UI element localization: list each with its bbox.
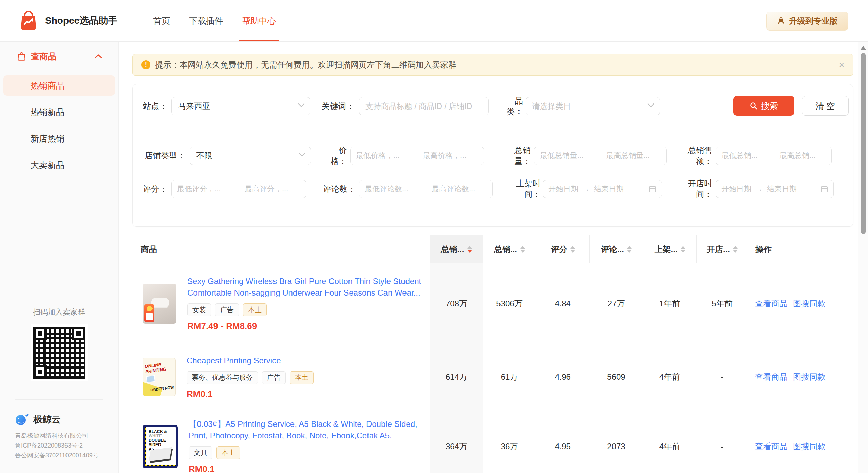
search-icon xyxy=(750,102,758,110)
shopee-bag-logo-icon xyxy=(20,11,37,31)
rating-min-input[interactable] xyxy=(172,180,239,198)
col-header-total-sales[interactable]: 总销... xyxy=(430,235,483,263)
listed-time-range-picker[interactable]: 开始日期 → 结束日期 xyxy=(543,180,662,198)
product-cell: BLACK & WHITEDOUBLE SIDEDA5 【0.03¢】A5 Pr… xyxy=(132,410,430,473)
upgrade-pro-button[interactable]: 升级到专业版 xyxy=(766,12,848,31)
app-title: Shopee选品助手 xyxy=(45,14,117,27)
listed-value: 4年前 xyxy=(643,344,696,410)
image-search-link[interactable]: 图搜同款 xyxy=(793,372,826,382)
price-range-text: RM7.49 - RM8.69 xyxy=(187,321,428,332)
total-revenue-value: 61万 xyxy=(483,344,536,410)
total-revenue-max-input[interactable] xyxy=(774,147,831,165)
sort-icons[interactable] xyxy=(520,246,525,253)
keyword-input[interactable] xyxy=(359,97,489,115)
sidebar-item-hot-new-products[interactable]: 热销新品 xyxy=(3,102,115,122)
total-sales-value: 708万 xyxy=(430,263,483,344)
product-title-link[interactable]: 【0.03¢】A5 Printing Service, A5 Black & W… xyxy=(189,418,430,441)
col-header-shop-opened[interactable]: 开店... xyxy=(696,235,748,263)
view-product-link[interactable]: 查看商品 xyxy=(755,298,788,309)
view-product-link[interactable]: 查看商品 xyxy=(755,372,788,382)
reviews-value: 2073 xyxy=(589,410,643,473)
category-label: 品类： xyxy=(501,95,523,117)
product-title-link[interactable]: Cheapest Printing Service xyxy=(187,355,428,366)
total-sales-min-input[interactable] xyxy=(534,147,601,165)
bag-outline-icon xyxy=(17,52,26,61)
nav-item-home[interactable]: 首页 xyxy=(144,0,180,41)
category-select[interactable]: 请选择类目 xyxy=(526,97,660,115)
rating-value: 4.84 xyxy=(536,263,589,344)
product-thumbnail[interactable] xyxy=(143,284,176,324)
shop-type-select[interactable]: 不限 xyxy=(190,147,311,165)
view-product-link[interactable]: 查看商品 xyxy=(755,441,788,452)
page: Shopee选品助手 首页 下载插件 帮助中心 升级到专业版 xyxy=(0,0,868,473)
chevron-down-icon xyxy=(647,103,654,108)
calendar-icon xyxy=(649,185,656,193)
rating-max-input[interactable] xyxy=(239,180,306,198)
vertical-scrollbar[interactable] xyxy=(858,42,868,473)
price-range-text: RM0.1 xyxy=(187,389,428,399)
scroll-up-arrow[interactable] xyxy=(861,46,866,50)
police-number: 鲁公网安备37021102001409号 xyxy=(15,451,103,460)
sort-icons[interactable] xyxy=(467,246,472,253)
banner-close-icon[interactable]: × xyxy=(839,60,844,69)
sort-icons[interactable] xyxy=(570,246,575,253)
image-search-link[interactable]: 图搜同款 xyxy=(793,441,826,452)
total-sales-max-input[interactable] xyxy=(601,147,667,165)
local-tag: 本土 xyxy=(243,303,267,316)
shop-open-time-range-picker[interactable]: 开始日期 → 结束日期 xyxy=(716,180,834,198)
main-nav: 首页 下载插件 帮助中心 xyxy=(144,0,285,41)
seller-group-qr-code xyxy=(33,327,85,379)
header-divider xyxy=(127,16,127,25)
price-max-input[interactable] xyxy=(417,147,484,165)
sidebar-item-hot-products[interactable]: 热销商品 xyxy=(3,75,115,96)
notice-banner: ! 提示：本网站永久免费使用，无需任何费用。欢迎扫描网页左下角二维码加入卖家群 … xyxy=(132,54,853,76)
reviews-value: 27万 xyxy=(589,263,643,344)
product-title-link[interactable]: Sexy Gathering Wireless Bra Girl Pure Co… xyxy=(187,276,428,299)
col-header-reviews[interactable]: 评论... xyxy=(589,235,643,263)
site-select[interactable]: 马来西亚 xyxy=(171,97,310,115)
nav-item-help-center[interactable]: 帮助中心 xyxy=(232,0,285,41)
total-revenue-value: 36万 xyxy=(483,410,536,473)
sidebar-item-new-shop-hot[interactable]: 新店热销 xyxy=(3,128,115,149)
scrollbar-thumb[interactable] xyxy=(861,53,866,234)
products-table: 商品 总销... 总销... 评分 评论... 上 xyxy=(132,235,853,473)
table-row: ONLINE PRINTING ORDER NOW Cheapest Print… xyxy=(132,344,853,410)
rocket-icon xyxy=(777,17,786,25)
ad-tag: 广告 xyxy=(262,371,286,384)
product-thumbnail[interactable]: ONLINE PRINTING ORDER NOW xyxy=(143,358,176,396)
category-tag: 票务、优惠券与服务 xyxy=(187,371,258,384)
company-name: 青岛极鲸网络科技有限公司 xyxy=(15,431,103,441)
actions-cell: 查看商品 图搜同款 xyxy=(748,410,853,473)
sort-icons[interactable] xyxy=(627,246,632,253)
table-header: 商品 总销... 总销... 评分 评论... 上 xyxy=(132,235,853,263)
banner-text: 提示：本网站永久免费使用，无需任何费用。欢迎扫描网页左下角二维码加入卖家群 xyxy=(155,59,456,70)
reviews-max-input[interactable] xyxy=(426,180,492,198)
total-revenue-min-input[interactable] xyxy=(716,147,774,165)
image-search-link[interactable]: 图搜同款 xyxy=(793,298,826,309)
sort-icons[interactable] xyxy=(681,246,685,253)
product-cell: Sexy Gathering Wireless Bra Girl Pure Co… xyxy=(132,263,430,344)
nav-item-download-plugin[interactable]: 下载插件 xyxy=(180,0,232,41)
local-tag: 本土 xyxy=(216,446,240,459)
shop-open-time-label: 开店时间： xyxy=(672,178,712,200)
actions-cell: 查看商品 图搜同款 xyxy=(748,344,853,410)
clear-button[interactable]: 清 空 xyxy=(802,96,849,116)
reviews-min-input[interactable] xyxy=(359,180,426,198)
keyword-label: 关键词： xyxy=(321,101,354,112)
sort-icons[interactable] xyxy=(733,246,738,253)
rating-label: 评分： xyxy=(143,184,167,194)
col-header-total-revenue[interactable]: 总销... xyxy=(483,235,536,263)
sidebar-section-products[interactable]: 查商品 xyxy=(0,42,118,71)
product-thumbnail[interactable]: BLACK & WHITEDOUBLE SIDEDA5 xyxy=(143,425,178,468)
search-button[interactable]: 搜索 xyxy=(733,96,794,116)
col-header-actions: 操作 xyxy=(748,235,853,263)
col-header-listed[interactable]: 上架... xyxy=(643,235,696,263)
chevron-down-icon xyxy=(298,103,305,108)
chevron-up-icon xyxy=(95,54,102,59)
rating-value: 4.95 xyxy=(536,410,589,473)
rating-range xyxy=(171,180,306,198)
sidebar-item-top-seller-new[interactable]: 大卖新品 xyxy=(3,155,115,175)
table-row: BLACK & WHITEDOUBLE SIDEDA5 【0.03¢】A5 Pr… xyxy=(132,410,853,473)
price-min-input[interactable] xyxy=(351,147,417,165)
col-header-rating[interactable]: 评分 xyxy=(536,235,589,263)
